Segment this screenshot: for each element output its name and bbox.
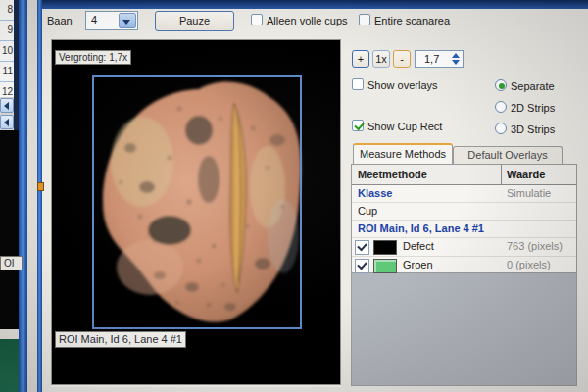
row-checkbox[interactable] <box>355 240 369 255</box>
secondary-green-area <box>0 339 19 392</box>
zoom-out-button[interactable]: - <box>393 50 411 68</box>
check-icon <box>357 241 367 252</box>
table-empty-area <box>351 273 577 386</box>
only-full-cups-checkbox[interactable] <box>251 14 263 25</box>
radio-3d-strips[interactable] <box>495 122 507 134</box>
row-name: Defect <box>403 237 434 256</box>
table-header-row: Meetmethode Waarde <box>352 165 576 185</box>
column-header-meetmethode: Meetmethode <box>358 165 427 184</box>
radio-separate-label[interactable]: Separate <box>511 80 555 92</box>
radio-selected-dot <box>499 83 505 89</box>
radio-2d-strips[interactable] <box>495 101 507 113</box>
scroll-home-button[interactable] <box>0 115 14 129</box>
window-gap <box>27 0 37 392</box>
zoom-in-button[interactable]: + <box>352 50 369 68</box>
table-row[interactable]: ROI Main, Id 6, Lane 4 #1 <box>352 220 576 238</box>
zoom-value: 1,7 <box>424 53 439 65</box>
check-icon <box>357 260 367 270</box>
row-value: 0 (pixels) <box>507 256 551 274</box>
table-row[interactable]: Cup <box>352 202 576 220</box>
show-cup-rect-label[interactable]: Show Cup Rect <box>368 121 442 132</box>
chevron-down-icon[interactable] <box>119 13 136 28</box>
radio-separate[interactable] <box>495 79 507 91</box>
show-overlays-checkbox[interactable] <box>352 78 364 90</box>
secondary-image-viewport <box>0 130 19 329</box>
column-separator <box>501 165 502 184</box>
only-full-cups-label[interactable]: Alleen volle cups <box>267 15 348 26</box>
row-name: ROI Main, Id 6, Lane 4 #1 <box>358 220 484 237</box>
tab-measure-methods[interactable]: Measure Methods <box>353 143 453 164</box>
entire-scanarea-label[interactable]: Entire scanarea <box>374 15 450 26</box>
secondary-window-strip <box>0 329 19 339</box>
spin-up-icon[interactable] <box>452 53 460 58</box>
pause-button[interactable]: Pauze <box>155 11 234 31</box>
defect-color-swatch <box>373 240 397 255</box>
table-row[interactable]: Klasse Simulatie <box>352 184 576 203</box>
border-handle-dot <box>37 182 44 191</box>
lane-dropdown[interactable]: 4 <box>85 11 138 30</box>
lane-label: Baan <box>47 15 73 26</box>
arrow-left-icon <box>4 102 9 110</box>
entire-scanarea-checkbox[interactable] <box>359 14 370 25</box>
show-overlays-label[interactable]: Show overlays <box>368 79 438 91</box>
radio-3d-strips-label[interactable]: 3D Strips <box>511 123 555 135</box>
arrow-left-icon <box>4 119 9 126</box>
row-value: 763 (pixels) <box>507 237 563 256</box>
magnification-label: Vergroting: 1,7x <box>55 50 131 65</box>
cup-rect-overlay <box>92 75 302 329</box>
tab-default-overlays[interactable]: Default Overlays <box>453 146 563 164</box>
column-header-waarde: Waarde <box>507 165 545 184</box>
row-value: Simulatie <box>507 184 551 202</box>
row-checkbox[interactable] <box>355 259 369 273</box>
title-bar <box>42 0 588 9</box>
measure-table: Meetmethode Waarde Klasse Simulatie Cup … <box>351 164 577 273</box>
zoom-value-spinner[interactable]: 1,7 <box>415 50 464 68</box>
row-name: Groen <box>403 256 433 274</box>
screen: 8 9 10 11 12 OI M Baan 4 Pauze Alleen vo… <box>0 0 588 392</box>
groen-color-swatch <box>373 259 397 273</box>
radio-2d-strips-label[interactable]: 2D Strips <box>511 102 555 114</box>
secondary-roi-label: OI M <box>0 256 23 270</box>
row-name: Cup <box>358 202 377 220</box>
lane-dropdown-value: 4 <box>91 14 97 25</box>
row-name: Klasse <box>358 184 392 202</box>
table-row-groen[interactable]: Groen 0 (pixels) <box>352 256 576 274</box>
window-border-left <box>19 0 27 392</box>
scroll-left-button[interactable] <box>0 98 14 113</box>
roi-label: ROI Main, Id 6, Lane 4 #1 <box>55 331 186 348</box>
spin-down-icon[interactable] <box>452 60 460 65</box>
table-row-defect[interactable]: Defect 763 (pixels) <box>352 237 576 257</box>
zoom-reset-button[interactable]: 1x <box>372 50 390 68</box>
show-cup-rect-checkbox[interactable] <box>352 120 364 131</box>
check-icon <box>354 121 364 131</box>
